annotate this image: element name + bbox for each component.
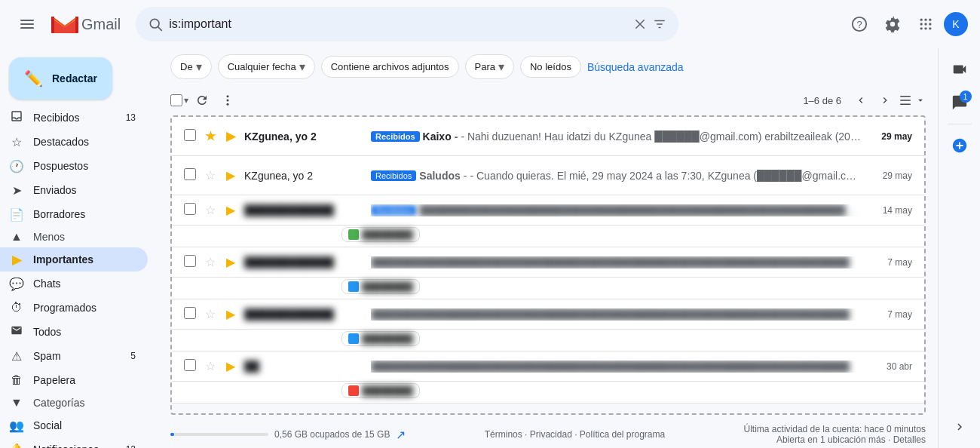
apps-button[interactable] [911,9,941,39]
filter-para-button[interactable]: Para ▾ [465,54,514,79]
search-input[interactable] [169,17,627,31]
attach-chip-4: ████████ [341,279,420,294]
help-button[interactable]: ? [844,9,874,39]
compose-button[interactable]: ✏️ Redactar [9,57,112,100]
nav-categorias[interactable]: ▼ Categorías [0,392,158,413]
chat-icon: 💬 [9,277,24,291]
spaces-button[interactable] [945,130,975,161]
email-row[interactable]: ☆ ▶ ████████████ Recibidos █████████████… [172,195,924,226]
importantes-label: Importantes [33,253,136,265]
sidebar-item-chats[interactable]: 💬 Chats [0,272,148,296]
sidebar-item-notificaciones[interactable]: 🔔 Notificaciones 12 [0,437,148,448]
search-options-button[interactable] [653,17,666,31]
subject-area-1: Recibidos Kaixo - - Nahi duzuenan! Hau i… [371,130,861,143]
date-6: 30 abr [867,361,912,372]
select-all-chevron[interactable]: ▾ [184,95,188,106]
hamburger-button[interactable] [12,9,42,39]
sidebar-item-spam[interactable]: ⚠ Spam 5 [0,344,148,368]
sidebar-item-recibidos[interactable]: Recibidos 13 [0,106,148,130]
notification-icon: 🔔 [9,443,24,449]
sidebar-item-papelera[interactable]: 🗑 Papelera [0,368,148,392]
sender-3: ████████████ [244,204,365,216]
chat-panel-button[interactable]: 1 [945,87,975,118]
panel-expand-button[interactable] [945,412,975,442]
pagination-prev-button[interactable] [850,90,871,111]
email-group-5[interactable]: ☆ ▶ ████████████ ███████████████████████… [172,299,924,351]
sidebar-item-todos[interactable]: Todos [0,320,148,344]
important-3: ▶ [226,203,238,217]
preview-6: ████████████████████████████████████████… [371,361,861,373]
more-options-button[interactable] [216,88,240,112]
attachment-row-4: ████████ [172,278,924,299]
attach-label-5: ████████ [362,333,413,344]
settings-button[interactable] [877,9,908,39]
select-all-checkbox[interactable] [170,94,182,106]
subject-area-4: ████████████████████████████████████████… [371,256,861,268]
search-clear-button[interactable] [633,17,647,31]
sidebar-item-borradores[interactable]: 📄 Borradores [0,202,148,226]
star-6[interactable]: ☆ [205,359,220,373]
star-5[interactable]: ☆ [205,307,220,321]
select-all-checkbox-wrap[interactable]: ▾ [170,94,188,106]
storage-bar-fill [170,433,174,436]
filter-fecha-button[interactable]: Cualquier fecha ▾ [218,54,315,79]
email-checkbox-2[interactable] [184,168,199,183]
view-toggle[interactable] [899,94,926,107]
sidebar-item-enviados[interactable]: ➤ Enviados [0,178,148,202]
attachment-row-5: ████████ [172,330,924,351]
email-row[interactable]: ☆ ▶ ██ █████████████████████████████████… [172,351,924,382]
menos-label: Menos [33,231,65,243]
meet-button[interactable] [945,54,975,84]
email-group-3[interactable]: ☆ ▶ ████████████ Recibidos █████████████… [172,195,924,247]
sidebar-item-social[interactable]: 👥 Social [0,413,148,437]
email-checkbox-1[interactable] [184,129,199,143]
subject-area-3: Recibidos ██████████████████████████████… [371,204,861,216]
email-checkbox-5[interactable] [184,307,199,321]
filter-noleidos-button[interactable]: No leídos [520,56,581,78]
content-area: De ▾ Cualquier fecha ▾ Contiene archivos… [158,48,938,448]
email-group-4[interactable]: ☆ ▶ ████████████ ███████████████████████… [172,247,924,299]
pagination-next-button[interactable] [874,90,896,111]
toolbar: ▾ 1–6 de 6 [158,85,938,115]
important-5: ▶ [226,307,238,321]
star-2[interactable]: ☆ [205,168,220,183]
sidebar-item-destacados[interactable]: ☆ Destacados [0,130,148,154]
sidebar-item-programados[interactable]: ⏱ Programados [0,296,148,320]
email-row[interactable]: ★ ▶ KZgunea, yo 2 Recibidos Kaixo - - Na… [172,117,924,156]
chats-label: Chats [33,278,136,290]
svg-point-25 [227,95,229,97]
main-layout: ✏️ Redactar Recibidos 13 ☆ Destacados 🕐 … [0,48,980,448]
star-4[interactable]: ☆ [205,255,220,269]
sender-2: KZgunea, yo 2 [244,170,365,182]
email-checkbox-3[interactable] [184,203,199,217]
chat-badge: 1 [960,91,972,103]
footer-links: Términos · Privacidad · Política del pro… [412,429,737,440]
search-bar [136,7,678,41]
sidebar-item-pospuestos[interactable]: 🕐 Pospuestos [0,154,148,178]
email-group-6[interactable]: ☆ ▶ ██ █████████████████████████████████… [172,351,924,404]
filter-de-button[interactable]: De ▾ [170,54,212,79]
email-row[interactable]: ☆ ▶ KZgunea, yo 2 Recibidos Saludos - - … [172,156,924,195]
svg-point-17 [924,19,926,21]
filter-advanced-link[interactable]: Búsqueda avanzada [587,61,684,73]
email-row[interactable]: ☆ ▶ ████████████ ███████████████████████… [172,247,924,278]
email-checkbox-4[interactable] [184,255,199,269]
storage-text: 0,56 GB ocupados de 15 GB [274,429,390,440]
svg-point-22 [920,27,923,29]
attach-label-4: ████████ [362,281,413,292]
sender-1: KZgunea, yo 2 [244,130,365,143]
email-row[interactable]: ☆ ▶ ████████████ ███████████████████████… [172,299,924,330]
nav-menos[interactable]: ▲ Menos [0,226,158,247]
avatar-button[interactable]: K [944,12,968,36]
enviados-label: Enviados [33,184,136,196]
chevron-down-icon: ▼ [9,396,24,410]
sidebar-item-importantes[interactable]: ▶ Importantes [0,247,148,272]
storage-link[interactable]: ↗ [396,428,406,442]
email-checkbox-6[interactable] [184,359,199,373]
svg-point-26 [227,100,229,102]
refresh-button[interactable] [190,88,214,112]
star-3[interactable]: ☆ [205,203,220,217]
star-1[interactable]: ★ [205,129,220,143]
filter-adjuntos-button[interactable]: Contiene archivos adjuntos [321,56,459,78]
social-icon: 👥 [9,419,24,433]
